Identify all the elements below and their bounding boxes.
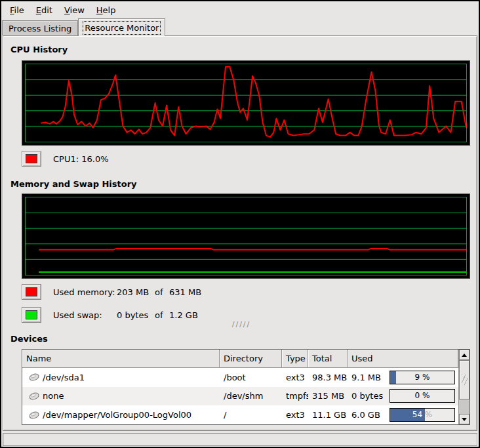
scrollbar-grip-icon [462,375,468,385]
device-type: ext3 [282,405,308,424]
device-directory: /dev/shm [220,387,282,406]
memory-used-value: 203 MB [117,287,155,297]
tab-resource-monitor[interactable]: Resource Monitor [78,18,165,36]
drive-icon [28,373,40,382]
swap-color-swatch [26,310,37,319]
swap-total-value: 1.2 GB [169,310,198,320]
device-name: none [43,391,64,401]
cpu-history-plot [25,64,467,142]
memory-total-value: 631 MB [169,287,201,297]
arrow-down-icon [462,418,467,421]
memory-color-button[interactable] [22,284,41,300]
scroll-down-button[interactable] [459,414,470,424]
usage-progressbar: 0 % 0 % [390,389,455,403]
notebook-tabs: Process Listing Resource Monitor [2,18,165,35]
devices-title: Devices [10,334,48,344]
column-header-total[interactable]: Total [308,350,348,368]
statusbar [3,433,477,446]
scrollbar-trough[interactable] [459,399,470,414]
memory-color-swatch [26,287,37,296]
pane-resize-grip[interactable]: ///// [227,320,256,329]
device-type: tmpfs [282,387,308,406]
scroll-up-button[interactable] [459,350,470,360]
arrow-up-icon [462,354,467,357]
device-total: 11.1 GB [308,405,348,424]
table-row[interactable]: /dev/mapper/VolGroup00-LogVol00 / ext3 1… [22,405,458,424]
device-used: 6.0 GB [351,410,388,420]
cpu-legend-label: CPU1: 16.0% [53,154,109,164]
device-directory: / [220,405,282,424]
memory-legend: Used memory: 203 MB of 631 MB [22,284,201,300]
memory-history-plot [25,197,467,275]
table-row[interactable]: none /dev/shm tmpfs 315 MB 0 bytes 0 % 0… [22,387,458,406]
cpu-color-button[interactable] [22,151,41,167]
menu-edit[interactable]: Edit [30,3,58,18]
swap-color-button[interactable] [22,307,41,323]
cpu-history-title: CPU History [10,45,68,54]
device-used: 9.1 MB [351,373,388,382]
swap-legend-name: Used swap: [53,310,117,320]
column-header-used[interactable]: Used [348,350,458,368]
memory-history-graph [22,193,470,279]
devices-table-header: Name Directory Type Total Used [22,350,458,368]
device-total: 98.3 MB [308,368,348,387]
system-monitor-window: File Edit View Help Process Listing Reso… [0,0,480,448]
memory-history-title: Memory and Swap History [10,179,137,189]
menu-view[interactable]: View [58,3,90,18]
swap-used-value: 0 bytes [117,310,155,320]
usage-progressbar: 54 % 54 % [390,408,455,422]
cpu-color-swatch [26,154,37,163]
device-used: 0 bytes [351,391,388,401]
device-directory: /boot [220,368,282,387]
device-type: ext3 [282,368,308,387]
device-name: /dev/mapper/VolGroup00-LogVol00 [43,410,191,420]
tab-process-listing[interactable]: Process Listing [2,20,78,35]
device-total: 315 MB [308,387,348,406]
drive-icon [28,411,40,420]
column-header-name[interactable]: Name [22,350,220,368]
table-row[interactable]: /dev/sda1 /boot ext3 98.3 MB 9.1 MB 9 % … [22,368,458,387]
memory-of-label: of [155,287,169,297]
device-name: /dev/sda1 [43,373,85,382]
scrollbar-thumb[interactable] [459,360,470,399]
menu-file[interactable]: File [4,3,30,18]
cpu-legend: CPU1: 16.0% [22,151,109,167]
devices-scrollbar [458,350,470,424]
swap-legend: Used swap: 0 bytes of 1.2 GB [22,307,198,323]
column-header-type[interactable]: Type [282,350,308,368]
cpu-history-graph [22,60,470,146]
devices-table: Name Directory Type Total Used /dev/sda1… [22,349,470,425]
column-header-directory[interactable]: Directory [220,350,282,368]
menu-help[interactable]: Help [90,3,122,18]
memory-legend-name: Used memory: [53,287,117,297]
drive-icon [28,392,40,401]
swap-of-label: of [155,310,169,320]
menubar: File Edit View Help [1,1,479,18]
usage-progressbar: 9 % 9 % [390,371,455,384]
